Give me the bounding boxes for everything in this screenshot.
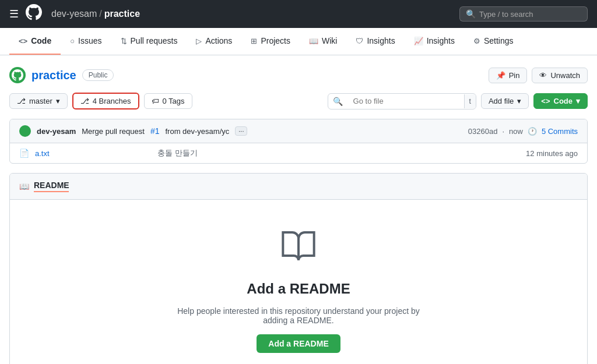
add-file-chevron-icon: ▾ (517, 97, 521, 105)
latest-commit-row: dev-yesam Merge pull request #1 from dev… (10, 119, 587, 143)
secondary-navbar: <> Code ○ Issues ⇅ Pull requests ▷ Actio… (0, 28, 597, 55)
repo-name[interactable]: practice (104, 9, 140, 19)
commit-hash[interactable]: 03260ad (468, 127, 498, 136)
tags-button[interactable]: 🏷 0 Tags (144, 93, 192, 109)
security-icon: 🛡 (356, 37, 363, 45)
top-navbar: ☰ dev-yesam / practice 🔍 Type / to searc… (0, 0, 597, 28)
branch-chevron-icon: ▾ (56, 97, 60, 105)
eye-icon: 👁 (539, 71, 547, 80)
clock-icon: 🕐 (528, 127, 537, 136)
branches-count: 4 Branches (93, 97, 131, 105)
file-time: 12 minutes ago (526, 149, 578, 158)
hamburger-icon[interactable]: ☰ (9, 8, 19, 20)
unwatch-label: Unwatch (550, 71, 580, 80)
readme-subtitle-text: Help people interested in this repositor… (167, 306, 430, 325)
search-icon: 🔍 (466, 9, 476, 19)
branch-name: master (29, 97, 52, 105)
add-file-label: Add file (489, 97, 514, 105)
branches-button[interactable]: ⎇ 4 Branches (72, 93, 139, 109)
code-brackets-icon: <> (541, 97, 550, 105)
nav-insights-label: Insights (427, 36, 455, 45)
commits-link[interactable]: 5 Commits (542, 127, 578, 136)
commit-time: now (509, 127, 523, 136)
pin-icon: 📌 (496, 71, 505, 80)
branch-selector[interactable]: ⎇ master ▾ (9, 93, 68, 109)
nav-issues[interactable]: ○ Issues (61, 28, 111, 55)
actions-icon: ▷ (196, 37, 202, 45)
visibility-badge: Public (82, 69, 114, 81)
main-content: practice Public 📌 Pin 👁 Unwatch ⎇ master… (0, 55, 597, 364)
settings-icon: ⚙ (473, 37, 480, 45)
branch-icon: ⎇ (17, 97, 26, 105)
commit-meta: 03260ad · now 🕐 5 Commits (468, 127, 578, 136)
code-icon: <> (19, 37, 27, 45)
readme-section: 📖 README Add a README Help people intere… (9, 173, 588, 364)
go-to-file-input-wrapper[interactable]: 🔍 t (328, 93, 476, 109)
code-chevron-icon: ▾ (576, 97, 580, 105)
file-table: dev-yesam Merge pull request #1 from dev… (9, 119, 588, 164)
nav-wiki-label: Wiki (322, 36, 337, 45)
book-icon: 📖 (19, 182, 29, 191)
commits-count: 5 Commits (542, 127, 578, 136)
pull-request-icon: ⇅ (121, 37, 127, 45)
insights-icon: 📈 (414, 37, 423, 45)
search-box[interactable]: 🔍 Type / to search (459, 6, 588, 22)
add-readme-button[interactable]: Add a README (257, 334, 340, 353)
nav-issues-label: Issues (78, 36, 101, 45)
nav-projects[interactable]: ⊞ Projects (241, 28, 300, 55)
file-icon: 📄 (19, 149, 29, 158)
nav-security-label: Insights (367, 36, 395, 45)
readme-body: Add a README Help people interested in t… (10, 200, 587, 364)
repo-path: dev-yesam / practice (51, 9, 140, 19)
branch-bar: ⎇ master ▾ ⎇ 4 Branches 🏷 0 Tags 🔍 t Add… (9, 93, 588, 109)
commit-message-text: Merge pull request (82, 127, 145, 136)
nav-pullrequests-label: Pull requests (131, 36, 178, 45)
nav-projects-label: Projects (261, 36, 290, 45)
readme-header-label: README (34, 181, 69, 190)
commit-ellipsis-button[interactable]: ··· (235, 126, 247, 136)
branches-icon: ⎇ (80, 97, 89, 105)
kbd-t: t (464, 94, 476, 108)
github-logo-icon[interactable] (26, 4, 42, 24)
readme-header: 📖 README (10, 174, 587, 200)
nav-wiki[interactable]: 📖 Wiki (300, 28, 346, 55)
nav-code[interactable]: <> Code (9, 28, 61, 55)
nav-security[interactable]: 🛡 Insights (346, 28, 404, 55)
go-to-file-input[interactable] (347, 94, 464, 108)
add-file-button[interactable]: Add file ▾ (481, 93, 529, 109)
readme-title-text: Add a README (247, 281, 350, 297)
nav-actions-label: Actions (205, 36, 232, 45)
code-btn-label: Code (554, 97, 573, 105)
goto-search-icon: 🔍 (328, 94, 347, 109)
unwatch-button[interactable]: 👁 Unwatch (532, 68, 588, 83)
nav-actions[interactable]: ▷ Actions (187, 28, 241, 55)
repo-actions: 📌 Pin 👁 Unwatch (489, 68, 588, 83)
nav-pull-requests[interactable]: ⇅ Pull requests (111, 28, 187, 55)
file-name[interactable]: a.txt (35, 149, 152, 158)
file-commit-message: 충돌 만들기 (157, 148, 520, 158)
nav-settings[interactable]: ⚙ Settings (464, 28, 523, 55)
pin-button[interactable]: 📌 Pin (489, 68, 528, 83)
readme-underline (34, 191, 69, 192)
readme-book-large-icon (280, 228, 317, 271)
tag-icon: 🏷 (152, 97, 159, 105)
commit-pr-link[interactable]: #1 (150, 126, 160, 136)
nav-settings-label: Settings (484, 36, 514, 45)
nav-insights[interactable]: 📈 Insights (405, 28, 464, 55)
nav-code-label: Code (31, 36, 51, 45)
tags-count: 0 Tags (163, 97, 185, 105)
avatar (9, 67, 26, 83)
search-placeholder-text: Type / to search (479, 10, 581, 19)
repo-title[interactable]: practice (31, 69, 76, 82)
commit-separator: · (502, 127, 504, 136)
code-button[interactable]: <> Code ▾ (533, 93, 588, 109)
repo-owner[interactable]: dev-yesam (51, 9, 97, 19)
pin-label: Pin (509, 71, 520, 80)
issues-icon: ○ (70, 37, 75, 45)
path-separator: / (99, 9, 101, 19)
projects-icon: ⊞ (251, 37, 257, 45)
table-row: 📄 a.txt 충돌 만들기 12 minutes ago (10, 143, 587, 163)
commit-author-avatar (19, 125, 31, 137)
commit-author-name[interactable]: dev-yesam (37, 127, 76, 136)
commit-link-suffix: from dev-yesam/yc (165, 127, 229, 136)
